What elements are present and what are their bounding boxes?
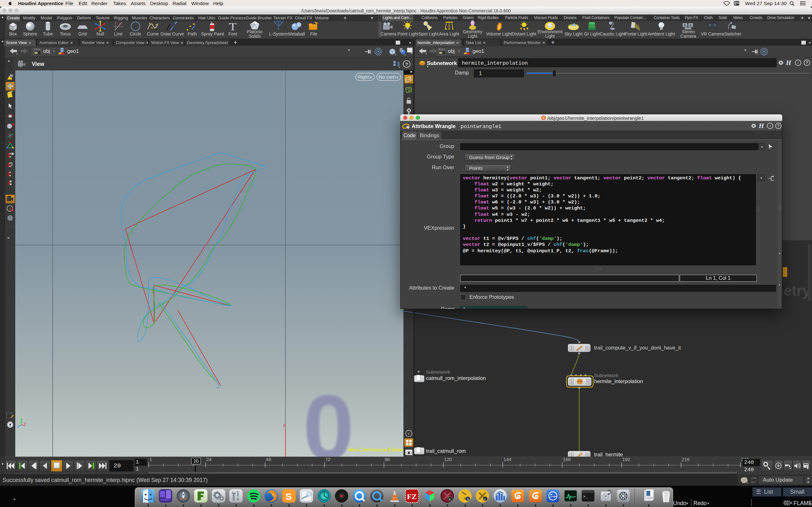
svg-text:Mod: Mod <box>35 52 38 54</box>
svg-text:y: y <box>20 419 22 424</box>
svg-text:FZ: FZ <box>407 493 417 501</box>
svg-text:>_: >_ <box>583 494 588 499</box>
svg-text:72: 72 <box>325 457 331 462</box>
svg-text:216: 216 <box>681 457 690 462</box>
svg-text:168: 168 <box>563 457 571 462</box>
svg-text:24: 24 <box>206 457 212 462</box>
svg-text:S: S <box>286 491 292 502</box>
svg-text:1: 1 <box>149 457 152 462</box>
svg-text:Mod: Mod <box>439 52 443 54</box>
svg-text:96: 96 <box>385 457 390 462</box>
svg-text:x: x <box>24 421 26 425</box>
svg-text:S: S <box>467 498 469 501</box>
svg-text:H: H <box>786 502 788 505</box>
svg-text:120: 120 <box>444 457 452 462</box>
svg-text:48: 48 <box>266 457 271 462</box>
svg-text:x: x <box>484 498 486 501</box>
svg-text:i: i <box>408 431 409 436</box>
svg-text:144: 144 <box>503 457 511 462</box>
svg-text:192: 192 <box>622 457 630 462</box>
svg-text:z: z <box>17 425 19 429</box>
svg-text:x: x <box>449 498 451 501</box>
